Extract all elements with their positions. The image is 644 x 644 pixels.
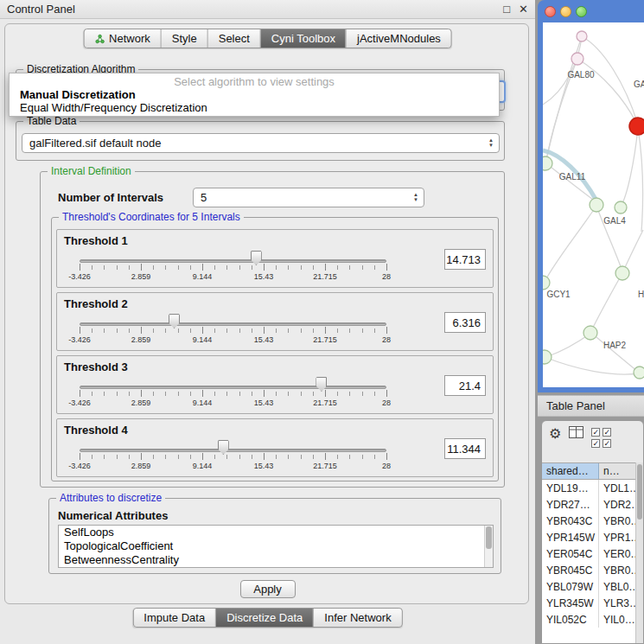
- node-label-gal80: GAL80: [567, 70, 595, 80]
- network-node[interactable]: [590, 198, 603, 212]
- threshold-3-panel: Threshold 3 -3.426 2.859 9.144 15.43 21.…: [56, 355, 494, 414]
- threshold-2-label: Threshold 2: [64, 297, 128, 310]
- network-icon: [94, 34, 105, 44]
- table-row[interactable]: YDR27…YDR2…: [542, 496, 643, 513]
- threshold-2-panel: Threshold 2 -3.426 2.859 9.144 15.43 21.…: [56, 292, 494, 351]
- threshold-1-slider[interactable]: -3.426 2.859 9.144 15.43 21.715 28: [80, 249, 386, 285]
- tab-discretize-data[interactable]: Discretize Data: [216, 609, 314, 627]
- table-row[interactable]: YPR145WYPR1…: [542, 529, 643, 545]
- column-header-shared-name[interactable]: shared…: [542, 463, 599, 479]
- threshold-1-slider-thumb[interactable]: [251, 251, 262, 265]
- table-row[interactable]: YBR043CYBR0…: [542, 513, 643, 529]
- list-item[interactable]: BetweennessCentrality: [59, 553, 493, 567]
- screen: Control Panel □ ✕ Network S: [0, 0, 644, 644]
- network-node[interactable]: [615, 266, 629, 280]
- checkbox-checked[interactable]: ✓: [591, 428, 600, 437]
- network-node[interactable]: [543, 350, 552, 364]
- slider-ticks: [80, 328, 386, 333]
- network-view-window: GAL80 GA GAL11 GAL4 GCY1 H HAP2: [538, 0, 644, 392]
- attributes-scrollbar[interactable]: [484, 526, 493, 567]
- threshold-2-slider-thumb[interactable]: [169, 314, 180, 328]
- network-canvas[interactable]: GAL80 GA GAL11 GAL4 GCY1 H HAP2: [543, 22, 644, 387]
- threshold-1-value-field[interactable]: 14.713: [444, 249, 486, 270]
- threshold-2-slider[interactable]: -3.426 2.859 9.144 15.43 21.715 28: [80, 312, 386, 348]
- tab-infer-network-label: Infer Network: [324, 611, 391, 624]
- list-item[interactable]: SelfLoops: [59, 526, 493, 539]
- close-window-icon[interactable]: ✕: [519, 3, 528, 16]
- combo-arrows-icon: ▲▼: [488, 138, 494, 148]
- scrollbar-thumb[interactable]: [486, 526, 492, 549]
- algorithm-dropdown-popup: Select algorithm to view settings Manual…: [9, 73, 500, 117]
- float-window-icon[interactable]: □: [503, 3, 510, 16]
- slider-track[interactable]: [80, 449, 386, 452]
- table-panel-window: ⚙ ✓ ✓ ✓ ✓ shared… n… YDL19…YDL1… YDR27…Y…: [541, 420, 644, 644]
- numerical-attributes-label: Numerical Attributes: [58, 509, 168, 522]
- control-panel-titlebar: Control Panel □ ✕: [0, 0, 535, 19]
- checkbox-checked[interactable]: ✓: [591, 439, 600, 448]
- popup-option-equal-width[interactable]: Equal Width/Frequency Discretization: [10, 101, 499, 114]
- control-panel-window: Control Panel □ ✕ Network S: [0, 0, 535, 644]
- network-node[interactable]: [577, 31, 587, 41]
- column-visibility-checkboxes: ✓ ✓ ✓ ✓: [591, 428, 611, 448]
- table-row[interactable]: YLR345WYLR3…: [542, 595, 643, 611]
- tab-network[interactable]: Network: [84, 29, 162, 48]
- slider-track[interactable]: [80, 259, 386, 263]
- table-row[interactable]: YBR045CYBR0…: [542, 562, 643, 578]
- interval-definition-group: Interval Definition Number of Intervals …: [40, 171, 505, 488]
- threshold-1-label: Threshold 1: [64, 234, 128, 247]
- network-node-gcy1[interactable]: [543, 276, 550, 290]
- tab-select-label: Select: [219, 32, 250, 45]
- network-node-gal80[interactable]: [571, 53, 583, 65]
- threshold-4-slider-thumb[interactable]: [218, 440, 229, 455]
- node-label-gal11: GAL11: [559, 172, 586, 182]
- columns-icon[interactable]: [569, 426, 583, 438]
- tab-style[interactable]: Style: [162, 29, 208, 48]
- interval-definition-group-label: Interval Definition: [48, 165, 135, 177]
- popup-placeholder: Select algorithm to view settings: [10, 75, 499, 88]
- attributes-group: Attributes to discretize Numerical Attri…: [48, 498, 501, 574]
- tab-select[interactable]: Select: [208, 29, 261, 48]
- threshold-3-slider[interactable]: -3.426 2.859 9.144 15.43 21.715 28: [80, 375, 386, 411]
- network-node-gal11[interactable]: [543, 156, 552, 170]
- attributes-group-label: Attributes to discretize: [56, 492, 165, 504]
- threshold-4-slider[interactable]: -3.426 2.859 9.144 15.43 21.715 28: [80, 438, 386, 475]
- threshold-4-value-field[interactable]: 11.344: [444, 438, 486, 459]
- tab-infer-network[interactable]: Infer Network: [314, 609, 401, 627]
- tab-jactivemnodules[interactable]: jActiveMNodules: [347, 29, 451, 48]
- node-label-partial: H: [638, 290, 644, 299]
- network-node[interactable]: [634, 367, 644, 379]
- tab-impute-data[interactable]: Impute Data: [133, 609, 216, 627]
- slider-ticks: [80, 265, 386, 270]
- minimize-traffic-light[interactable]: [560, 6, 571, 17]
- number-of-intervals-combobox[interactable]: 5 ▲▼: [193, 188, 424, 207]
- tab-cyni-toolbox-label: Cyni Toolbox: [271, 32, 335, 45]
- table-row[interactable]: YIL052CYIL0…: [542, 611, 643, 628]
- close-traffic-light[interactable]: [545, 6, 556, 17]
- top-tab-bar: Network Style Select Cyni Toolbox jActiv…: [83, 29, 452, 48]
- table-data-combobox[interactable]: galFiltered.sif default node ▲▼: [22, 133, 500, 153]
- threshold-2-value-field[interactable]: 6.316: [444, 312, 486, 333]
- scrollbar-thumb[interactable]: [637, 464, 642, 520]
- network-node-selected-red[interactable]: [629, 118, 644, 135]
- threshold-3-value-field[interactable]: 21.4: [444, 375, 486, 396]
- table-row[interactable]: YER054CYER0…: [542, 545, 643, 562]
- popup-option-manual-discretization[interactable]: Manual Discretization: [10, 88, 499, 101]
- threshold-1-panel: Threshold 1 -3.426 2.859 9.144 15.43 21.…: [56, 229, 494, 288]
- slider-track[interactable]: [80, 322, 386, 326]
- slider-ticks: [80, 455, 386, 459]
- window-title: Control Panel: [7, 3, 75, 16]
- network-node-gal4[interactable]: [615, 201, 627, 214]
- checkbox-checked[interactable]: ✓: [603, 428, 611, 437]
- table-row[interactable]: YBL079WYBL0…: [542, 578, 643, 595]
- tab-cyni-toolbox[interactable]: Cyni Toolbox: [261, 29, 347, 48]
- table-row[interactable]: YDL19…YDL1…: [542, 480, 643, 496]
- table-scrollbar[interactable]: [635, 462, 643, 643]
- table-rows: YDL19…YDL1… YDR27…YDR2… YBR043CYBR0… YPR…: [542, 480, 643, 644]
- network-node-hap2[interactable]: [583, 326, 597, 340]
- zoom-traffic-light[interactable]: [576, 6, 587, 17]
- apply-button[interactable]: Apply: [240, 580, 296, 598]
- checkbox-checked[interactable]: ✓: [603, 439, 611, 448]
- slider-track[interactable]: [80, 386, 386, 389]
- list-item[interactable]: TopologicalCoefficient: [59, 539, 493, 553]
- gear-icon[interactable]: ⚙: [549, 426, 561, 442]
